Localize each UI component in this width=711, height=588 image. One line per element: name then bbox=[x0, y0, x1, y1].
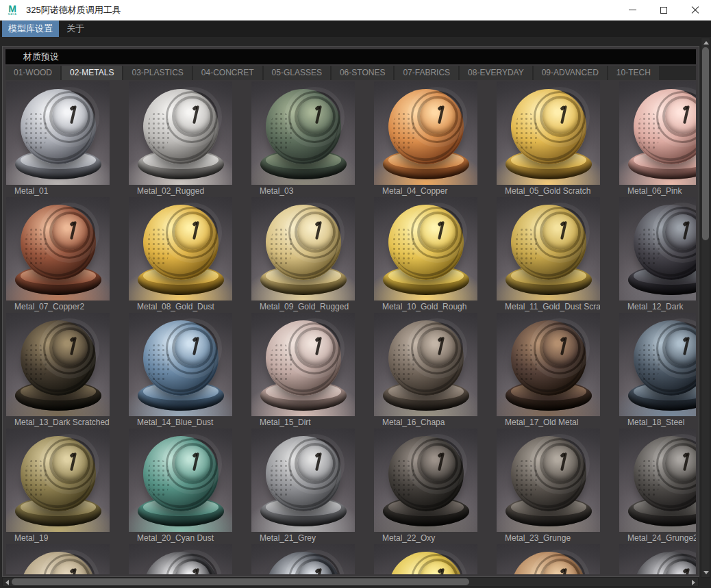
material-thumbnail[interactable] bbox=[619, 313, 696, 416]
material-card[interactable]: Metal_18_Steel bbox=[619, 313, 696, 429]
titlebar: M MAYA 325阿诺德材质调用工具 bbox=[0, 0, 711, 21]
material-card[interactable] bbox=[619, 544, 696, 574]
material-card[interactable] bbox=[6, 544, 110, 574]
material-thumbnail[interactable] bbox=[374, 197, 477, 301]
shaderball-face bbox=[542, 446, 578, 481]
material-thumbnail[interactable] bbox=[374, 429, 477, 532]
material-card[interactable]: Metal_03 bbox=[251, 81, 355, 197]
material-thumbnail[interactable] bbox=[6, 544, 110, 574]
material-thumbnail[interactable] bbox=[129, 81, 232, 185]
tab-10-tech[interactable]: 10-TECH bbox=[608, 66, 659, 80]
material-thumbnail[interactable] bbox=[251, 313, 355, 416]
material-thumbnail[interactable] bbox=[374, 81, 477, 185]
material-thumbnail[interactable] bbox=[251, 81, 355, 185]
scroll-down-icon[interactable] bbox=[703, 571, 709, 574]
material-card[interactable]: Metal_07_Copper2 bbox=[6, 197, 110, 313]
shaderball-one-mark bbox=[315, 221, 322, 240]
material-thumbnail[interactable] bbox=[129, 429, 232, 532]
material-thumbnail[interactable] bbox=[6, 313, 110, 416]
tab-07-fabrics[interactable]: 07-FABRICS bbox=[395, 66, 458, 80]
material-card[interactable]: Metal_02_Rugged bbox=[129, 81, 232, 197]
material-thumbnail[interactable] bbox=[497, 313, 600, 416]
tab-03-plastics[interactable]: 03-PLASTICS bbox=[123, 66, 191, 80]
material-card[interactable]: Metal_14_Blue_Dust bbox=[129, 313, 232, 429]
material-card[interactable]: Metal_06_Pink bbox=[619, 81, 696, 197]
material-thumbnail[interactable] bbox=[619, 197, 696, 301]
tab-04-concret[interactable]: 04-CONCRET bbox=[193, 66, 262, 80]
material-card[interactable] bbox=[129, 544, 232, 574]
material-card[interactable] bbox=[374, 544, 477, 574]
material-card[interactable]: Metal_23_Grunge bbox=[497, 429, 600, 544]
tab-09-advanced[interactable]: 09-ADVANCED bbox=[534, 66, 607, 80]
close-button[interactable] bbox=[679, 0, 711, 20]
scroll-left-icon[interactable] bbox=[5, 580, 9, 585]
material-thumbnail[interactable] bbox=[6, 197, 110, 301]
material-thumbnail[interactable] bbox=[374, 544, 477, 574]
material-card[interactable]: Metal_08_Gold_Dust bbox=[129, 197, 232, 313]
maximize-button[interactable] bbox=[648, 0, 679, 20]
material-card[interactable]: Metal_17_Old Metal bbox=[497, 313, 600, 429]
shaderball-face bbox=[542, 214, 578, 250]
material-card[interactable]: Metal_11_Gold_Dust Scratch bbox=[497, 197, 600, 313]
menu-item[interactable]: 模型库设置 bbox=[2, 21, 59, 37]
shaderball-one-mark bbox=[683, 337, 690, 355]
material-card[interactable]: Metal_10_Gold_Rough bbox=[374, 197, 477, 313]
material-card[interactable]: Metal_13_Dark Scratched bbox=[6, 313, 110, 429]
material-card[interactable]: Metal_24_Grunge2 bbox=[619, 429, 696, 544]
menu-item[interactable]: 关于 bbox=[60, 21, 90, 37]
material-thumbnail[interactable] bbox=[251, 429, 355, 532]
materials-panel: 材质预设 01-WOOD02-METALS03-PLASTICS04-CONCR… bbox=[2, 46, 699, 577]
material-thumbnail[interactable] bbox=[129, 197, 232, 301]
material-thumbnail[interactable] bbox=[6, 81, 110, 185]
tab-06-stones[interactable]: 06-STONES bbox=[332, 66, 393, 80]
shaderball-one-mark bbox=[560, 568, 567, 574]
vertical-scroll-thumb[interactable] bbox=[702, 47, 709, 240]
material-card[interactable]: Metal_09_Gold_Rugged bbox=[251, 197, 355, 313]
material-card[interactable] bbox=[497, 544, 600, 574]
material-card[interactable]: Metal_16_Chapa bbox=[374, 313, 477, 429]
material-thumbnail[interactable] bbox=[497, 81, 600, 185]
material-card[interactable]: Metal_05_Gold Scratch bbox=[497, 81, 600, 197]
material-thumbnail[interactable] bbox=[619, 429, 696, 532]
vertical-scrollbar[interactable] bbox=[701, 38, 710, 578]
tab-08-everyday[interactable]: 08-EVERYDAY bbox=[460, 66, 532, 80]
material-thumbnail[interactable] bbox=[374, 313, 477, 416]
material-thumbnail[interactable] bbox=[251, 544, 355, 574]
material-thumbnail[interactable] bbox=[497, 429, 600, 532]
horizontal-scrollbar[interactable] bbox=[2, 577, 699, 587]
panel-header-label: 材质预设 bbox=[23, 51, 59, 62]
shaderball-sphere bbox=[21, 205, 96, 280]
shaderball-sphere bbox=[388, 205, 464, 280]
material-card[interactable]: Metal_01 bbox=[6, 81, 110, 197]
material-thumbnail[interactable] bbox=[619, 544, 696, 574]
material-card[interactable]: Metal_19 bbox=[6, 429, 110, 544]
shaderball-sphere bbox=[266, 320, 341, 396]
scroll-right-icon[interactable] bbox=[692, 580, 695, 585]
material-card[interactable] bbox=[251, 544, 355, 574]
material-label: Metal_07_Copper2 bbox=[6, 301, 110, 313]
material-thumbnail[interactable] bbox=[497, 544, 600, 574]
horizontal-scroll-thumb[interactable] bbox=[12, 578, 469, 585]
material-card[interactable]: Metal_21_Grey bbox=[251, 429, 355, 544]
shaderball-sphere bbox=[143, 89, 219, 164]
material-thumbnail[interactable] bbox=[6, 429, 110, 532]
material-thumbnail[interactable] bbox=[251, 197, 355, 301]
material-card[interactable]: Metal_04_Copper bbox=[374, 81, 477, 197]
material-thumbnail[interactable] bbox=[619, 81, 696, 185]
shaderball-sphere bbox=[143, 320, 219, 396]
menubar: 模型库设置关于 bbox=[0, 21, 711, 37]
shaderball-one-mark bbox=[438, 105, 445, 124]
material-card[interactable]: Metal_12_Dark bbox=[619, 197, 696, 313]
material-card[interactable]: Metal_22_Oxy bbox=[374, 429, 477, 544]
material-thumbnail[interactable] bbox=[129, 313, 232, 416]
tab-05-glasses[interactable]: 05-GLASSES bbox=[264, 66, 330, 80]
material-thumbnail[interactable] bbox=[497, 197, 600, 301]
scroll-up-icon[interactable] bbox=[703, 41, 709, 44]
material-label: Metal_06_Pink bbox=[619, 185, 696, 197]
material-card[interactable]: Metal_15_Dirt bbox=[251, 313, 355, 429]
material-thumbnail[interactable] bbox=[129, 544, 232, 574]
tab-02-metals[interactable]: 02-METALS bbox=[62, 66, 122, 80]
minimize-button[interactable] bbox=[616, 0, 648, 20]
tab-01-wood[interactable]: 01-WOOD bbox=[5, 66, 60, 80]
material-card[interactable]: Metal_20_Cyan Dust bbox=[129, 429, 232, 544]
